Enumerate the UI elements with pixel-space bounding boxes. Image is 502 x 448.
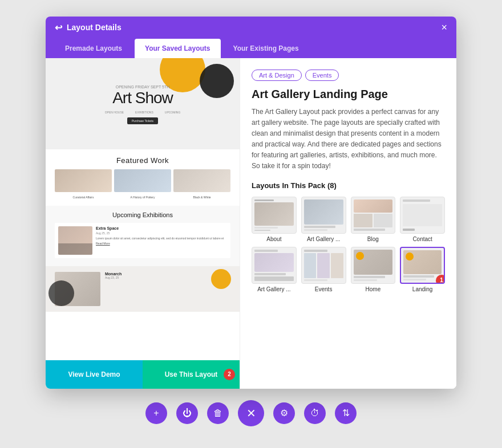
tag-row: Art & Design Events	[252, 70, 445, 81]
featured-work-title: Featured Work	[55, 156, 230, 165]
tab-premade[interactable]: Premade Layouts	[55, 39, 132, 58]
layout-name-art-gallery-2: Art Gallery ...	[252, 286, 297, 292]
modal-title: Layout Details	[67, 23, 122, 32]
detail-panel: Art & Design Events Art Gallery Landing …	[240, 58, 456, 389]
hero-btn[interactable]: Purchase Tickets	[127, 117, 158, 124]
header-left: ↩ Layout Details	[55, 22, 122, 33]
modal-body: OPENING FRIDAY SEPT 5TH Art Show OPEN HO…	[46, 58, 456, 389]
close-button[interactable]: ×	[441, 22, 447, 32]
plus-icon: +	[153, 408, 159, 418]
close-x-button[interactable]: ✕	[238, 400, 264, 426]
adjust-icon: ⇅	[342, 408, 350, 418]
adjust-button[interactable]: ⇅	[335, 402, 357, 424]
event-image	[58, 226, 92, 255]
layout-item-home[interactable]: Home	[351, 247, 396, 292]
upcoming-title: Upcoming Exhibitions	[55, 211, 230, 218]
hero-subtitle: OPENING FRIDAY SEPT 5TH	[105, 85, 181, 89]
tab-existing[interactable]: Your Existing Pages	[223, 39, 309, 58]
hero-text: Art Show	[105, 89, 181, 107]
modal: ↩ Layout Details × Premade Layouts Your …	[46, 17, 456, 389]
caption-grid: Curatorial Affairs A History of Pottery …	[55, 196, 230, 199]
event-card: Extra Space Aug 25, 25 Lorem ipsum dolor…	[55, 223, 230, 258]
power-icon: ⏻	[183, 408, 192, 418]
clock-icon: ⏱	[310, 408, 319, 418]
close-x-icon: ✕	[246, 406, 256, 420]
layout-thumb-landing: 1	[400, 247, 445, 284]
preview-actions: View Live Demo Use This Layout 2	[46, 360, 240, 389]
layout-item-landing[interactable]: 1 Landing	[400, 247, 445, 292]
tag-events[interactable]: Events	[305, 70, 339, 81]
back-arrow-icon[interactable]: ↩	[55, 22, 62, 33]
event-link[interactable]: Read More	[96, 242, 227, 245]
layout-thumb-art-gallery-1	[301, 197, 346, 234]
event-info: Extra Space Aug 25, 25 Lorem ipsum dolor…	[96, 226, 227, 255]
page-preview: OPENING FRIDAY SEPT 5TH Art Show OPEN HO…	[46, 58, 240, 360]
landing-thumb-orange-circle	[406, 252, 414, 260]
tabs-bar: Premade Layouts Your Saved Layouts Your …	[46, 39, 456, 58]
power-button[interactable]: ⏻	[176, 402, 198, 424]
layout-name-home: Home	[351, 286, 396, 292]
event-title: Extra Space	[96, 226, 227, 230]
bottom-toolbar: + ⏻ 🗑 ✕ ⚙ ⏱ ⇅	[145, 389, 357, 432]
layout-item-contact[interactable]: Contact	[400, 197, 445, 242]
monarch-orange-circle	[211, 269, 231, 289]
modal-header: ↩ Layout Details ×	[46, 17, 456, 39]
preview-hero: OPENING FRIDAY SEPT 5TH Art Show OPEN HO…	[46, 58, 240, 149]
view-live-demo-button[interactable]: View Live Demo	[46, 360, 143, 389]
upcoming-section: Upcoming Exhibitions Extra Space Aug 25,…	[46, 206, 240, 266]
featured-work-section: Featured Work Curatorial Affairs A Histo…	[46, 149, 240, 206]
layout-name-blog: Blog	[351, 236, 396, 242]
layout-item-about[interactable]: About	[252, 197, 297, 242]
layout-title: Art Gallery Landing Page	[252, 88, 445, 101]
tag-art-design[interactable]: Art & Design	[252, 70, 302, 81]
plus-button[interactable]: +	[145, 402, 167, 424]
monarch-dark-circle	[48, 280, 74, 306]
layout-thumb-about	[252, 197, 297, 234]
event-date: Aug 25, 25	[96, 231, 227, 235]
featured-img-3	[173, 169, 230, 192]
hero-dark-circle	[200, 64, 234, 98]
layout-name-contact: Contact	[400, 236, 445, 242]
layout-item-blog[interactable]: Blog	[351, 197, 396, 242]
layout-thumb-blog	[351, 197, 396, 234]
layout-item-events[interactable]: Events	[301, 247, 346, 292]
layout-thumb-home	[351, 247, 396, 284]
featured-img-2	[114, 169, 171, 192]
home-thumb-orange-circle	[356, 252, 364, 260]
trash-button[interactable]: 🗑	[207, 402, 229, 424]
layout-name-about: About	[252, 236, 297, 242]
use-layout-badge: 2	[224, 369, 235, 380]
landing-badge: 1	[436, 275, 445, 284]
layout-grid: About Art Gallery ...	[252, 197, 445, 292]
layout-description: The Art Gallery Layout pack provides a p…	[252, 107, 445, 172]
settings-button[interactable]: ⚙	[273, 402, 295, 424]
tab-saved[interactable]: Your Saved Layouts	[135, 39, 220, 58]
use-layout-label: Use This Layout	[165, 370, 218, 378]
featured-image-grid	[55, 169, 230, 192]
layout-item-art-gallery-2[interactable]: Art Gallery ...	[252, 247, 297, 292]
use-layout-button[interactable]: Use This Layout 2	[143, 360, 240, 389]
caption-1: Curatorial Affairs	[55, 196, 112, 199]
layout-thumb-contact	[400, 197, 445, 234]
settings-icon: ⚙	[280, 408, 288, 418]
layout-name-art-gallery-1: Art Gallery ...	[301, 236, 346, 242]
featured-img-1	[55, 169, 112, 192]
event-desc: Lorem ipsum dolor sit amet, consectetur …	[96, 237, 227, 241]
layout-thumb-events	[301, 247, 346, 284]
preview-panel: OPENING FRIDAY SEPT 5TH Art Show OPEN HO…	[46, 58, 240, 389]
monarch-section: Monarch Aug 23, 25	[46, 266, 240, 312]
layouts-in-pack-label: Layouts In This Pack (8)	[252, 181, 445, 190]
trash-icon: 🗑	[213, 408, 222, 418]
caption-3: Black & White	[173, 196, 230, 199]
clock-button[interactable]: ⏱	[304, 402, 326, 424]
layout-item-art-gallery-1[interactable]: Art Gallery ...	[301, 197, 346, 242]
caption-2: A History of Pottery	[114, 196, 171, 199]
layout-name-landing: Landing	[400, 286, 445, 292]
layout-name-events: Events	[301, 286, 346, 292]
layout-thumb-art-gallery-2	[252, 247, 297, 284]
